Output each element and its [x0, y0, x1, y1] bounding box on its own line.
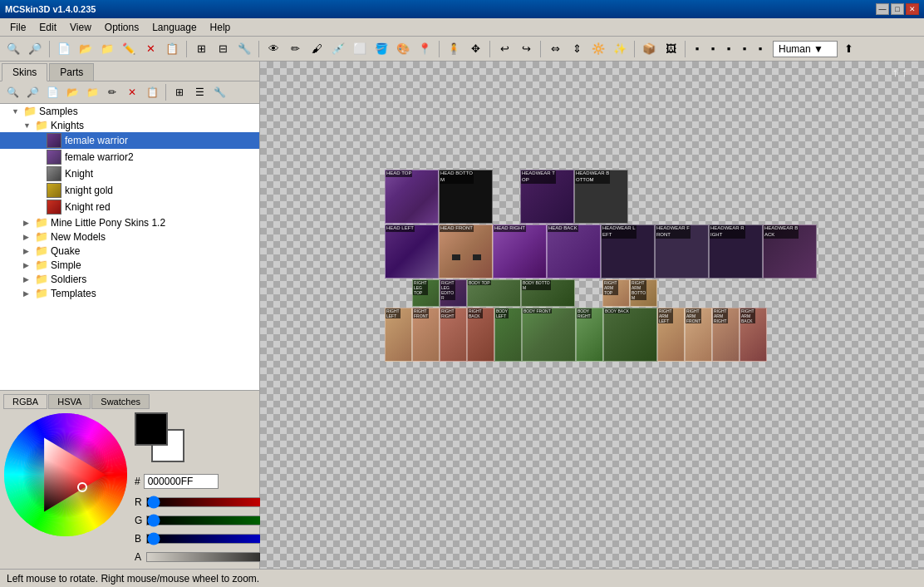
- menu-view[interactable]: View: [63, 20, 98, 35]
- uv-label-rl-left: RIGHTLEFT: [386, 308, 401, 318]
- tree-label-knight-gold: knight gold: [65, 185, 113, 196]
- tree-zoom-out[interactable]: 🔎: [23, 83, 42, 101]
- skin-thumb-knight: [47, 166, 61, 181]
- menu-options[interactable]: Options: [98, 20, 145, 35]
- menu-help[interactable]: Help: [204, 20, 238, 35]
- uv-row-4: RIGHTLEFT RIGHTFRONT RIGHTRIGHT RIGHTBAC…: [385, 308, 817, 362]
- open-button[interactable]: 📁: [97, 39, 117, 59]
- tree-open[interactable]: 📁: [83, 83, 101, 101]
- stamp-button[interactable]: 📍: [415, 39, 435, 59]
- tree-item-female-warrior2[interactable]: female warrior2: [0, 149, 259, 165]
- tree-item-mlp[interactable]: ▶ 📁 Mine Little Pony Skins 1.2: [0, 215, 259, 229]
- new-skin-button[interactable]: 📄: [54, 39, 74, 59]
- tree-item-knights[interactable]: ▼ 📁 Knights: [0, 118, 259, 132]
- menu-language[interactable]: Language: [145, 20, 203, 35]
- tree-item-knight-red[interactable]: Knight red: [0, 199, 259, 215]
- tree-delete[interactable]: ✕: [123, 83, 141, 101]
- shader-button[interactable]: 🎨: [393, 39, 413, 59]
- eye-button[interactable]: 👁: [263, 39, 283, 59]
- color-wheel-container[interactable]: [3, 412, 128, 537]
- rename-button[interactable]: ✏️: [119, 39, 139, 59]
- tree-item-new-models[interactable]: ▶ 📁 New Models: [0, 229, 259, 244]
- toolbar-separator-2: [186, 41, 187, 57]
- delete-button[interactable]: ✕: [140, 39, 160, 59]
- filter-button[interactable]: 🔆: [588, 39, 608, 59]
- expand-arrow-simple: ▶: [23, 261, 35, 269]
- view-mode-4[interactable]: ▪: [737, 39, 752, 59]
- view2d-button[interactable]: 🖼: [661, 39, 681, 59]
- uv-label-head-back: HEAD BACK: [548, 225, 578, 232]
- tree-item-knight-gold[interactable]: knight gold: [0, 182, 259, 199]
- model-dropdown[interactable]: Human ▼: [773, 41, 838, 57]
- undo-button[interactable]: ↩: [494, 39, 514, 59]
- tree-item-female-warrior[interactable]: female warrior: [0, 132, 259, 149]
- eyedropper-button[interactable]: 💉: [328, 39, 348, 59]
- canvas-area[interactable]: ↑ ↑ HEAD TOP HEAD BOTTOM HEADWEAR TOP HE…: [260, 62, 924, 569]
- grid2-button[interactable]: ⊟: [213, 39, 233, 59]
- tree-item-samples[interactable]: ▼ 📁 Samples: [0, 104, 259, 118]
- maximize-button[interactable]: □: [891, 3, 904, 15]
- grid-button[interactable]: ⊞: [191, 39, 211, 59]
- tree-new[interactable]: 📄: [43, 83, 61, 101]
- color-tab-rgba[interactable]: RGBA: [3, 394, 47, 409]
- view-mode-1[interactable]: ▪: [690, 39, 705, 59]
- tree-settings[interactable]: 🔧: [210, 83, 229, 101]
- import-button[interactable]: 📂: [76, 39, 96, 59]
- tree-clone[interactable]: 📋: [143, 83, 161, 101]
- paint-button[interactable]: 🖌: [307, 39, 327, 59]
- eraser-button[interactable]: ⬜: [350, 39, 370, 59]
- tree-label-knights: Knights: [51, 120, 84, 131]
- uv-cell-head-front: HEAD FRONT: [439, 224, 493, 279]
- uv-cell-headwear-top: HEADWEAR TOP: [520, 170, 574, 224]
- tree-rename[interactable]: ✏: [103, 83, 121, 101]
- tree-item-knight[interactable]: Knight: [0, 165, 259, 182]
- hex-label: #: [135, 476, 140, 487]
- pencil-button[interactable]: ✏: [285, 39, 305, 59]
- color-wheel-canvas[interactable]: [3, 412, 128, 537]
- foreground-swatch[interactable]: [135, 412, 168, 446]
- body-button[interactable]: 🧍: [444, 39, 464, 59]
- uv-cell-headwear-front: HEADWEAR FRONT: [655, 224, 709, 279]
- tree-grid[interactable]: ⊞: [170, 83, 189, 101]
- zoom-out-button[interactable]: 🔎: [25, 39, 45, 59]
- uv-cell-ra-left: RIGHTARMLEFT: [657, 308, 685, 362]
- tree-item-soldiers[interactable]: ▶ 📁 Soldiers: [0, 272, 259, 286]
- uv-cell-ra-front: RIGHTARMFRONT: [685, 308, 712, 362]
- tree-item-quake[interactable]: ▶ 📁 Quake: [0, 244, 259, 258]
- hex-input[interactable]: 000000FF: [144, 474, 219, 489]
- redo-button[interactable]: ↪: [516, 39, 536, 59]
- tree-item-templates[interactable]: ▶ 📁 Templates: [0, 286, 259, 300]
- skin-thumb-female-warrior: [47, 133, 61, 148]
- fill-button[interactable]: 🪣: [371, 39, 391, 59]
- swatch-wrapper: [135, 412, 193, 471]
- flip-button[interactable]: ⇕: [567, 39, 587, 59]
- move-button[interactable]: ✥: [465, 39, 485, 59]
- color-tab-hsva[interactable]: HSVA: [48, 394, 91, 409]
- zoom-in-button[interactable]: 🔍: [3, 39, 23, 59]
- effects-button[interactable]: ✨: [610, 39, 630, 59]
- view-mode-2[interactable]: ▪: [705, 39, 720, 59]
- view-mode-3[interactable]: ▪: [721, 39, 736, 59]
- view3d-button[interactable]: 📦: [639, 39, 659, 59]
- uv-label-head-top: HEAD TOP: [386, 170, 412, 177]
- close-button[interactable]: ✕: [906, 3, 919, 15]
- menu-edit[interactable]: Edit: [32, 20, 63, 35]
- minimize-button[interactable]: —: [876, 3, 889, 15]
- tree-view: ▼ 📁 Samples ▼ 📁 Knights female warrior f…: [0, 104, 259, 390]
- menu-file[interactable]: File: [3, 20, 32, 35]
- view-mode-5[interactable]: ▪: [753, 39, 768, 59]
- nav-right-icon: ↑: [902, 66, 907, 79]
- clone-button[interactable]: 📋: [162, 39, 182, 59]
- tab-skins[interactable]: Skins: [2, 63, 47, 81]
- folder-icon-samples: 📁: [23, 105, 37, 117]
- settings-button[interactable]: 🔧: [234, 39, 254, 59]
- mirror-button[interactable]: ⇔: [545, 39, 565, 59]
- tree-import[interactable]: 📂: [63, 83, 81, 101]
- tree-list[interactable]: ☰: [190, 83, 209, 101]
- tree-zoom-in[interactable]: 🔍: [3, 83, 22, 101]
- uv-cell-body-bottom: RIGHTLEGEDITOR: [440, 279, 467, 307]
- tab-parts[interactable]: Parts: [49, 63, 94, 81]
- color-tab-swatches[interactable]: Swatches: [91, 394, 150, 409]
- tree-item-simple[interactable]: ▶ 📁 Simple: [0, 258, 259, 272]
- upload-button[interactable]: ⬆: [839, 39, 859, 59]
